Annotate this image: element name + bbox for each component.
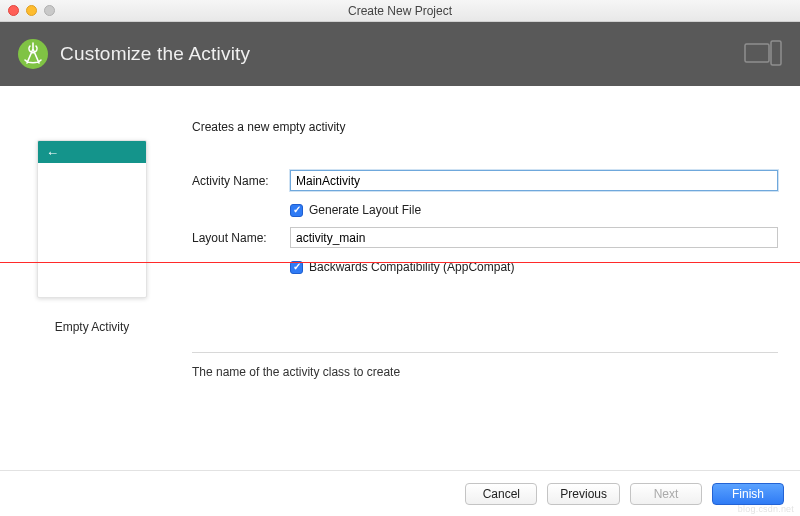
layout-name-label: Layout Name:	[192, 231, 290, 245]
activity-name-row: Activity Name:	[192, 170, 778, 191]
hint-text: The name of the activity class to create	[192, 365, 778, 379]
layout-name-input[interactable]	[290, 227, 778, 248]
banner-heading: Customize the Activity	[60, 43, 250, 65]
backcompat-checkbox[interactable]	[290, 261, 303, 274]
activity-name-label: Activity Name:	[192, 174, 290, 188]
generate-layout-label: Generate Layout File	[309, 203, 421, 217]
watermark: blog.csdn.net	[738, 504, 794, 514]
dialog-window: Create New Project Customize the Activit…	[0, 0, 800, 516]
window-title: Create New Project	[0, 4, 800, 18]
generate-layout-checkbox[interactable]	[290, 204, 303, 217]
cancel-button[interactable]: Cancel	[465, 483, 537, 505]
previous-button[interactable]: Previous	[547, 483, 620, 505]
header-banner: Customize the Activity	[0, 22, 800, 86]
titlebar: Create New Project	[0, 0, 800, 22]
layout-name-row: Layout Name:	[192, 227, 778, 248]
preview-appbar: ←	[38, 141, 146, 163]
template-preview: ←	[37, 140, 147, 298]
dialog-footer: Cancel Previous Next Finish	[0, 470, 800, 516]
form-subtitle: Creates a new empty activity	[192, 120, 778, 134]
hint-separator	[192, 352, 778, 353]
next-button: Next	[630, 483, 702, 505]
backcompat-label: Backwards Compatibility (AppCompat)	[309, 260, 514, 274]
generate-layout-row[interactable]: Generate Layout File	[290, 203, 778, 217]
dialog-body: ← Empty Activity Creates a new empty act…	[0, 86, 800, 470]
finish-button[interactable]: Finish	[712, 483, 784, 505]
android-studio-logo-icon	[18, 39, 48, 69]
device-frame-icon	[744, 40, 782, 68]
form-column: Creates a new empty activity Activity Na…	[192, 110, 778, 470]
back-arrow-icon: ←	[46, 146, 59, 159]
activity-name-input[interactable]	[290, 170, 778, 191]
svg-rect-1	[771, 41, 781, 65]
backcompat-row[interactable]: Backwards Compatibility (AppCompat)	[290, 260, 778, 274]
svg-rect-0	[745, 44, 769, 62]
template-preview-column: ← Empty Activity	[22, 110, 162, 470]
template-caption: Empty Activity	[55, 320, 130, 334]
